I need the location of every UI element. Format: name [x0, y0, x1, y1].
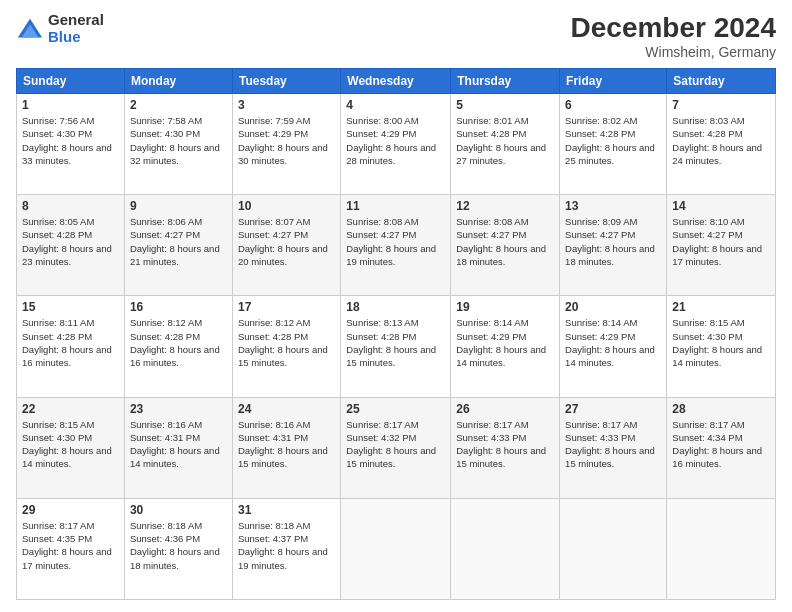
day-info: Sunrise: 8:16 AMSunset: 4:31 PMDaylight:…: [130, 418, 227, 471]
week-row-4: 22Sunrise: 8:15 AMSunset: 4:30 PMDayligh…: [17, 397, 776, 498]
day-info: Sunrise: 8:14 AMSunset: 4:29 PMDaylight:…: [456, 316, 554, 369]
day-number: 20: [565, 300, 661, 314]
day-info: Sunrise: 7:58 AMSunset: 4:30 PMDaylight:…: [130, 114, 227, 167]
day-cell: [560, 498, 667, 599]
day-cell: 15Sunrise: 8:11 AMSunset: 4:28 PMDayligh…: [17, 296, 125, 397]
day-info: Sunrise: 7:59 AMSunset: 4:29 PMDaylight:…: [238, 114, 335, 167]
day-info: Sunrise: 8:15 AMSunset: 4:30 PMDaylight:…: [672, 316, 770, 369]
day-info: Sunrise: 8:09 AMSunset: 4:27 PMDaylight:…: [565, 215, 661, 268]
day-number: 1: [22, 98, 119, 112]
day-cell: 3Sunrise: 7:59 AMSunset: 4:29 PMDaylight…: [232, 94, 340, 195]
day-number: 11: [346, 199, 445, 213]
col-monday: Monday: [124, 69, 232, 94]
day-info: Sunrise: 8:10 AMSunset: 4:27 PMDaylight:…: [672, 215, 770, 268]
day-cell: 14Sunrise: 8:10 AMSunset: 4:27 PMDayligh…: [667, 195, 776, 296]
day-cell: 1Sunrise: 7:56 AMSunset: 4:30 PMDaylight…: [17, 94, 125, 195]
day-info: Sunrise: 8:14 AMSunset: 4:29 PMDaylight:…: [565, 316, 661, 369]
logo-text: General Blue: [48, 12, 104, 45]
day-number: 23: [130, 402, 227, 416]
week-row-2: 8Sunrise: 8:05 AMSunset: 4:28 PMDaylight…: [17, 195, 776, 296]
day-info: Sunrise: 8:17 AMSunset: 4:33 PMDaylight:…: [565, 418, 661, 471]
day-number: 3: [238, 98, 335, 112]
day-info: Sunrise: 8:08 AMSunset: 4:27 PMDaylight:…: [346, 215, 445, 268]
page: General Blue December 2024 Wimsheim, Ger…: [0, 0, 792, 612]
logo-blue: Blue: [48, 29, 104, 46]
day-number: 17: [238, 300, 335, 314]
day-info: Sunrise: 8:17 AMSunset: 4:35 PMDaylight:…: [22, 519, 119, 572]
day-info: Sunrise: 8:17 AMSunset: 4:34 PMDaylight:…: [672, 418, 770, 471]
day-info: Sunrise: 7:56 AMSunset: 4:30 PMDaylight:…: [22, 114, 119, 167]
day-number: 15: [22, 300, 119, 314]
day-number: 24: [238, 402, 335, 416]
day-info: Sunrise: 8:08 AMSunset: 4:27 PMDaylight:…: [456, 215, 554, 268]
day-info: Sunrise: 8:17 AMSunset: 4:32 PMDaylight:…: [346, 418, 445, 471]
day-number: 10: [238, 199, 335, 213]
week-row-3: 15Sunrise: 8:11 AMSunset: 4:28 PMDayligh…: [17, 296, 776, 397]
day-cell: 31Sunrise: 8:18 AMSunset: 4:37 PMDayligh…: [232, 498, 340, 599]
day-number: 29: [22, 503, 119, 517]
day-number: 31: [238, 503, 335, 517]
week-row-1: 1Sunrise: 7:56 AMSunset: 4:30 PMDaylight…: [17, 94, 776, 195]
col-sunday: Sunday: [17, 69, 125, 94]
day-cell: 27Sunrise: 8:17 AMSunset: 4:33 PMDayligh…: [560, 397, 667, 498]
col-friday: Friday: [560, 69, 667, 94]
main-title: December 2024: [571, 12, 776, 44]
day-info: Sunrise: 8:11 AMSunset: 4:28 PMDaylight:…: [22, 316, 119, 369]
day-info: Sunrise: 8:05 AMSunset: 4:28 PMDaylight:…: [22, 215, 119, 268]
day-number: 30: [130, 503, 227, 517]
day-cell: 25Sunrise: 8:17 AMSunset: 4:32 PMDayligh…: [341, 397, 451, 498]
day-number: 22: [22, 402, 119, 416]
day-cell: 13Sunrise: 8:09 AMSunset: 4:27 PMDayligh…: [560, 195, 667, 296]
day-cell: 23Sunrise: 8:16 AMSunset: 4:31 PMDayligh…: [124, 397, 232, 498]
day-cell: 29Sunrise: 8:17 AMSunset: 4:35 PMDayligh…: [17, 498, 125, 599]
day-number: 18: [346, 300, 445, 314]
header-row: Sunday Monday Tuesday Wednesday Thursday…: [17, 69, 776, 94]
day-number: 26: [456, 402, 554, 416]
day-number: 6: [565, 98, 661, 112]
day-number: 2: [130, 98, 227, 112]
day-cell: 6Sunrise: 8:02 AMSunset: 4:28 PMDaylight…: [560, 94, 667, 195]
day-cell: 4Sunrise: 8:00 AMSunset: 4:29 PMDaylight…: [341, 94, 451, 195]
day-number: 4: [346, 98, 445, 112]
day-info: Sunrise: 8:12 AMSunset: 4:28 PMDaylight:…: [238, 316, 335, 369]
day-number: 7: [672, 98, 770, 112]
day-info: Sunrise: 8:13 AMSunset: 4:28 PMDaylight:…: [346, 316, 445, 369]
col-tuesday: Tuesday: [232, 69, 340, 94]
day-cell: 16Sunrise: 8:12 AMSunset: 4:28 PMDayligh…: [124, 296, 232, 397]
day-info: Sunrise: 8:18 AMSunset: 4:36 PMDaylight:…: [130, 519, 227, 572]
day-cell: 22Sunrise: 8:15 AMSunset: 4:30 PMDayligh…: [17, 397, 125, 498]
day-info: Sunrise: 8:12 AMSunset: 4:28 PMDaylight:…: [130, 316, 227, 369]
day-cell: 20Sunrise: 8:14 AMSunset: 4:29 PMDayligh…: [560, 296, 667, 397]
col-saturday: Saturday: [667, 69, 776, 94]
subtitle: Wimsheim, Germany: [571, 44, 776, 60]
day-cell: 26Sunrise: 8:17 AMSunset: 4:33 PMDayligh…: [451, 397, 560, 498]
week-row-5: 29Sunrise: 8:17 AMSunset: 4:35 PMDayligh…: [17, 498, 776, 599]
day-number: 13: [565, 199, 661, 213]
day-cell: [341, 498, 451, 599]
day-number: 27: [565, 402, 661, 416]
day-number: 16: [130, 300, 227, 314]
day-number: 9: [130, 199, 227, 213]
day-cell: 19Sunrise: 8:14 AMSunset: 4:29 PMDayligh…: [451, 296, 560, 397]
day-cell: 9Sunrise: 8:06 AMSunset: 4:27 PMDaylight…: [124, 195, 232, 296]
day-cell: 21Sunrise: 8:15 AMSunset: 4:30 PMDayligh…: [667, 296, 776, 397]
day-cell: 30Sunrise: 8:18 AMSunset: 4:36 PMDayligh…: [124, 498, 232, 599]
logo-general: General: [48, 12, 104, 29]
day-cell: [451, 498, 560, 599]
day-cell: 24Sunrise: 8:16 AMSunset: 4:31 PMDayligh…: [232, 397, 340, 498]
day-info: Sunrise: 8:07 AMSunset: 4:27 PMDaylight:…: [238, 215, 335, 268]
logo-icon: [16, 15, 44, 43]
day-info: Sunrise: 8:18 AMSunset: 4:37 PMDaylight:…: [238, 519, 335, 572]
day-number: 8: [22, 199, 119, 213]
day-number: 25: [346, 402, 445, 416]
day-number: 28: [672, 402, 770, 416]
day-cell: 12Sunrise: 8:08 AMSunset: 4:27 PMDayligh…: [451, 195, 560, 296]
col-thursday: Thursday: [451, 69, 560, 94]
day-number: 19: [456, 300, 554, 314]
day-info: Sunrise: 8:02 AMSunset: 4:28 PMDaylight:…: [565, 114, 661, 167]
day-cell: 28Sunrise: 8:17 AMSunset: 4:34 PMDayligh…: [667, 397, 776, 498]
day-number: 12: [456, 199, 554, 213]
day-info: Sunrise: 8:03 AMSunset: 4:28 PMDaylight:…: [672, 114, 770, 167]
day-info: Sunrise: 8:15 AMSunset: 4:30 PMDaylight:…: [22, 418, 119, 471]
day-cell: [667, 498, 776, 599]
